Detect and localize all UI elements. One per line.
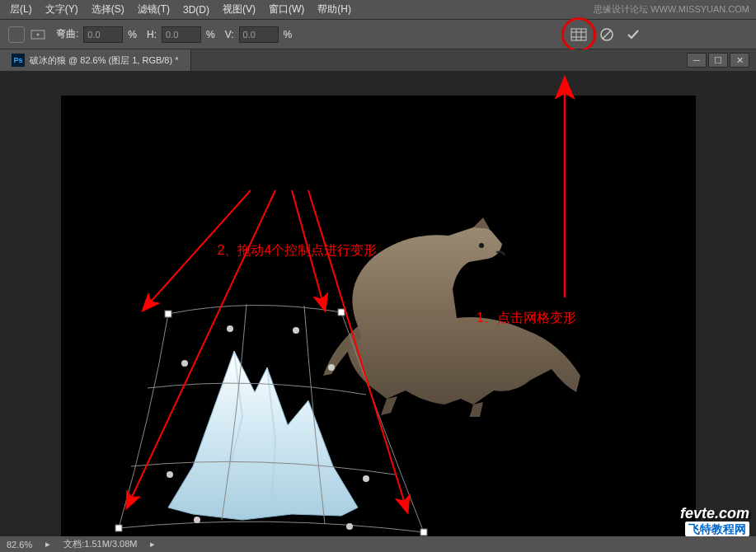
menu-layer[interactable]: 层(L)	[3, 0, 39, 19]
options-bar: 弯曲: % H: % V: %	[0, 20, 756, 49]
menu-help[interactable]: 帮助(H)	[311, 0, 358, 19]
svg-point-16	[181, 360, 188, 367]
watermark-cn: 飞特教程网	[685, 522, 749, 536]
minimize-button[interactable]: ─	[687, 53, 707, 68]
annotation-circle	[561, 17, 596, 52]
watermark-bottom: fevte.com 飞特教程网	[680, 505, 749, 537]
close-button[interactable]: ✕	[730, 53, 749, 68]
watermark-top: 思缘设计论坛 WWW.MISSYUAN.COM	[594, 3, 749, 16]
bend-input[interactable]	[83, 26, 123, 43]
watermark-site: fevte.com	[680, 505, 749, 522]
menu-select[interactable]: 选择(S)	[85, 0, 131, 19]
menu-3d[interactable]: 3D(D)	[176, 2, 216, 18]
menu-bar: 层(L) 文字(Y) 选择(S) 滤镜(T) 3D(D) 视图(V) 窗口(W)…	[0, 0, 756, 20]
menu-window[interactable]: 窗口(W)	[262, 0, 311, 19]
annotation-2: 2、拖动4个控制点进行变形	[218, 242, 378, 260]
cancel-transform-button[interactable]	[599, 27, 614, 42]
menu-filter[interactable]: 滤镜(T)	[131, 0, 176, 19]
svg-point-15	[293, 327, 299, 334]
percent-2: %	[206, 29, 215, 40]
h-label: H:	[147, 29, 157, 40]
document-title: 破冰的狼 @ 82.6% (图层 1, RGB/8) *	[30, 54, 179, 67]
svg-point-14	[227, 325, 233, 332]
document-tab[interactable]: Ps 破冰的狼 @ 82.6% (图层 1, RGB/8) *	[0, 49, 191, 71]
svg-rect-11	[338, 309, 345, 316]
transform-icon[interactable]	[30, 28, 46, 41]
percent-3: %	[284, 29, 293, 40]
svg-point-17	[328, 364, 335, 371]
chevron-right-icon[interactable]: ▸	[150, 539, 155, 550]
svg-point-9	[479, 243, 484, 248]
v-input[interactable]	[239, 26, 279, 43]
svg-point-19	[363, 475, 369, 482]
canvas-area: 2、拖动4个控制点进行变形 1、点击网格变形	[0, 71, 756, 536]
svg-rect-12	[115, 525, 122, 531]
warp-mode-button[interactable]	[570, 27, 588, 42]
svg-point-21	[346, 523, 353, 530]
document-size: 文档:1.51M/3.08M	[63, 538, 137, 550]
svg-rect-13	[420, 529, 427, 536]
menu-view[interactable]: 视图(V)	[216, 0, 262, 19]
v-label: V:	[225, 29, 234, 40]
warp-mesh-overlay[interactable]	[110, 289, 457, 536]
percent-1: %	[128, 29, 137, 40]
canvas[interactable]: 2、拖动4个控制点进行变形	[61, 96, 696, 536]
svg-point-18	[167, 471, 173, 478]
tool-preset-icon[interactable]	[8, 26, 25, 43]
document-tab-bar: Ps 破冰的狼 @ 82.6% (图层 1, RGB/8) * ─ ☐ ✕	[0, 49, 756, 71]
divider-icon: ▸	[45, 539, 50, 550]
commit-transform-button[interactable]	[626, 27, 641, 42]
svg-rect-10	[165, 311, 171, 317]
photoshop-icon: Ps	[12, 54, 25, 67]
annotation-1: 1、点击网格变形	[477, 310, 576, 327]
zoom-level[interactable]: 82.6%	[7, 540, 32, 550]
menu-text[interactable]: 文字(Y)	[39, 0, 85, 19]
svg-point-1	[37, 33, 40, 35]
maximize-button[interactable]: ☐	[708, 53, 728, 68]
bend-label: 弯曲:	[56, 27, 78, 41]
status-bar: 82.6% ▸ 文档:1.51M/3.08M ▸	[0, 536, 756, 552]
svg-point-20	[194, 517, 200, 523]
svg-line-8	[603, 30, 611, 39]
h-input[interactable]	[162, 26, 201, 43]
